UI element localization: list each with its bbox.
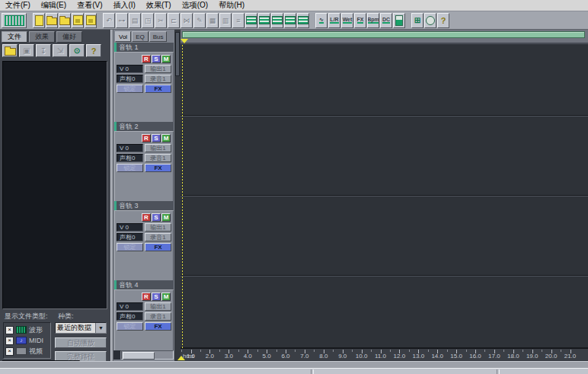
fx-button[interactable]: FX [145,85,171,93]
lock-button[interactable]: 锁定 [117,322,143,331]
lr-channel-button[interactable]: L/R [328,13,340,28]
close-file-button[interactable]: ▣ [19,44,34,57]
menu-help[interactable]: 帮助(H) [213,0,250,11]
volume-field[interactable]: V 0 [117,144,143,152]
record-device-button[interactable]: 录音1 [145,75,171,83]
volume-field[interactable]: V 0 [117,65,143,73]
tab-bus[interactable]: Bus [149,31,168,42]
session-clock-button[interactable] [424,13,436,28]
playhead-marker-bottom[interactable] [177,356,185,360]
mixer-window-button[interactable]: ▦ [206,13,219,28]
wave-checkbox[interactable]: × [5,326,14,334]
fx-button[interactable]: FX [145,164,171,172]
record-arm-button[interactable]: R [142,292,151,301]
track-lane-4[interactable] [181,276,588,348]
output-button[interactable]: 输出1 [145,65,171,73]
pan-field[interactable]: 声相0 [117,154,143,162]
lock-button[interactable]: 锁定 [117,243,143,251]
output-button[interactable]: 输出1 [145,302,171,311]
vertical-scrollbar-thumb[interactable] [175,32,180,76]
insert-to-cd-button[interactable]: ⇲ [53,44,68,57]
lock-button[interactable]: 锁定 [117,164,143,172]
menu-options[interactable]: 选项(O) [177,0,213,11]
window-layout-button[interactable]: ≡ [232,13,244,28]
solo-button[interactable]: S [152,134,161,142]
open-file-button[interactable] [46,13,58,28]
track-properties-button[interactable]: ▥ [219,13,232,28]
record-arm-button[interactable]: R [142,213,151,222]
horizontal-scrollbar-thumb[interactable] [123,352,155,360]
options-button[interactable]: ⊙ [69,44,85,57]
tab-vol[interactable]: Vol [115,31,131,42]
save-file-button[interactable] [72,13,84,28]
pencil-edit-button[interactable]: ✎ [193,13,206,28]
clip-properties-button[interactable]: ▤ [129,13,141,28]
undo-button[interactable]: ↶ [103,13,115,28]
help-button[interactable]: ? [437,13,449,28]
solo-button[interactable]: S [152,55,161,63]
pan-field[interactable]: 声相0 [117,233,143,241]
insert-to-multitrack-button[interactable]: ↧ [36,44,51,57]
menu-edit[interactable]: 编辑(E) [36,0,72,11]
wet-dry-button[interactable]: Wet [341,13,353,28]
fx-button[interactable]: FX [145,322,171,331]
level-meter-button[interactable] [393,13,405,28]
track-title-4[interactable]: 音轨 4 [114,280,174,289]
convert-sample-type-button[interactable]: ⊶ [116,13,128,28]
record-device-button[interactable]: 录音1 [145,312,171,321]
zoom-selection-button[interactable] [297,13,309,28]
record-arm-button[interactable]: R [142,55,151,63]
menu-view[interactable]: 查看(V) [72,0,107,11]
zoom-in-horizontal-button[interactable] [245,13,257,28]
solo-button[interactable]: S [152,292,161,301]
volume-field[interactable]: V 0 [117,223,143,232]
track-lane-1[interactable] [181,43,588,116]
mute-button[interactable]: M [161,55,171,63]
scissors-button[interactable]: ✂ [155,13,167,28]
save-as-button[interactable] [85,13,97,28]
fx-button[interactable]: FX [145,243,171,251]
new-file-button[interactable] [33,13,45,28]
snap-grid-button[interactable]: ⊞ [411,13,423,28]
lock-button[interactable]: 锁定 [117,85,143,93]
zoom-full-button[interactable] [271,13,283,28]
menu-insert[interactable]: 插入(I) [107,0,140,11]
tab-favorites[interactable]: 偏好 [56,31,82,43]
track-title-3[interactable]: 音轨 3 [114,201,174,210]
panel-help-button[interactable]: ? [86,44,101,57]
trim-clip-button[interactable]: ⊏ [168,13,180,28]
pan-field[interactable]: 声相0 [117,75,143,83]
open-append-button[interactable] [59,13,71,28]
record-arm-button[interactable]: R [142,134,151,142]
open-folder-button[interactable] [2,44,18,57]
pan-field[interactable]: 声相0 [117,312,143,321]
horizontal-scrollbar[interactable] [121,350,174,360]
menu-file[interactable]: 文件(F) [0,0,36,11]
output-button[interactable]: 输出1 [145,223,171,232]
track-lane-2[interactable] [181,116,588,196]
tab-effects[interactable]: 效果 [29,31,55,43]
midi-checkbox[interactable]: × [5,337,14,345]
tab-files[interactable]: 文件 [2,31,27,43]
track-title-2[interactable]: 音轨 2 [114,122,174,131]
menu-effects[interactable]: 效果(T) [141,0,177,11]
record-device-button[interactable]: 录音1 [145,154,171,162]
pan-envelope-button[interactable]: ∿ [315,13,328,28]
mute-button[interactable]: M [161,134,171,142]
files-list[interactable] [2,61,107,309]
chevron-down-icon[interactable]: ▼ [95,323,106,333]
track-lane-3[interactable] [181,196,588,276]
fx-rack-button[interactable]: FX [354,13,366,28]
zoom-out-horizontal-button[interactable] [258,13,270,28]
bpm-button[interactable]: Bpm [367,13,379,28]
merge-split-clip-button[interactable]: ⋈ [181,13,193,28]
tab-eq[interactable]: EQ [132,31,149,42]
mute-button[interactable]: M [161,292,171,301]
vertical-scrollbar[interactable] [174,30,181,361]
zoom-vertical-button[interactable] [284,13,296,28]
horizontal-range-bar[interactable] [182,31,585,38]
track-title-1[interactable]: 音轨 1 [114,43,174,52]
multitrack-waveform-toggle-button[interactable] [2,13,27,28]
record-device-button[interactable]: 录音1 [145,233,171,241]
adjust-boundaries-button[interactable]: ◳ [142,13,154,28]
